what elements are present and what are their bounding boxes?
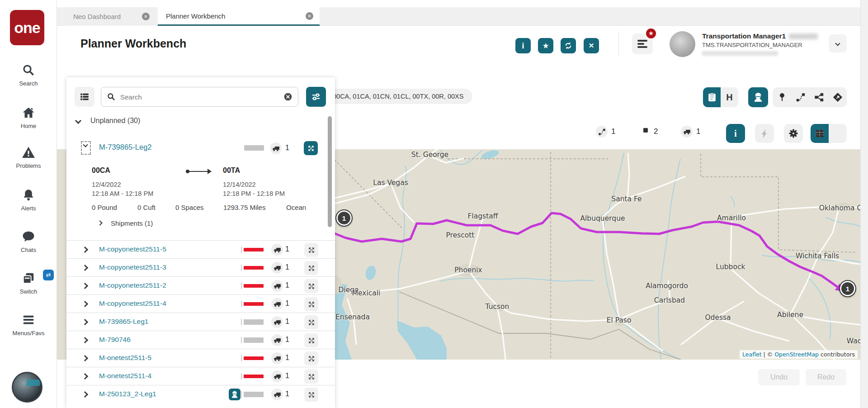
sidebar-item-menus-favs[interactable]: Menus/Favs	[0, 313, 57, 337]
map-stop-marker[interactable]: 1	[840, 281, 855, 296]
route-waypoints-icon[interactable]	[796, 92, 806, 102]
driver-view-button[interactable]	[748, 87, 768, 107]
sidebar-item-problems[interactable]: Problems	[0, 146, 57, 169]
locate-on-map-button[interactable]	[304, 388, 318, 402]
locate-on-map-button[interactable]	[304, 315, 318, 329]
optimize-button[interactable]	[755, 124, 774, 143]
sidebar-item-chats[interactable]: Chats	[0, 230, 57, 253]
locate-on-map-button[interactable]	[304, 261, 318, 275]
movement-row[interactable]: M-onetest2511-4 1	[66, 367, 335, 385]
undo-button[interactable]: Undo	[758, 369, 800, 385]
filter-button[interactable]	[306, 87, 326, 107]
locate-on-map-button[interactable]	[304, 351, 318, 365]
toggle-clipboard-view[interactable]	[703, 87, 721, 107]
tab-planner-workbench[interactable]: Planner Workbench	[158, 7, 320, 26]
movement-link[interactable]: M-copyonetest2511-4	[99, 299, 166, 308]
locate-on-map-button[interactable]	[304, 279, 318, 293]
leaflet-link[interactable]: Leaflet	[742, 351, 762, 358]
movement-link[interactable]: M-onetest2511-5	[99, 354, 151, 362]
collapse-group-icon[interactable]	[75, 118, 81, 124]
expand-row-icon[interactable]	[82, 391, 88, 398]
user-menu-button[interactable]	[829, 34, 847, 52]
expand-shipments-icon[interactable]	[97, 220, 102, 225]
expand-arrows-icon	[308, 391, 315, 399]
movement-row[interactable]: M-copyonetest2511-3 1	[66, 258, 335, 276]
stop-icon	[641, 126, 650, 137]
search-icon	[22, 71, 35, 78]
toggle-h-view[interactable]: H	[721, 87, 738, 107]
expand-row-icon[interactable]	[82, 337, 88, 343]
sidebar-avatar[interactable]	[12, 372, 42, 403]
sidebar-item-home[interactable]: Home	[0, 106, 57, 129]
movement-row[interactable]: M-copyonetest2511-2 1	[66, 276, 335, 294]
movement-row[interactable]: M-onetest2511-5 1	[66, 349, 335, 367]
info-button[interactable]	[515, 38, 531, 53]
expand-row-icon[interactable]	[82, 247, 88, 253]
locate-on-map-button[interactable]	[304, 333, 318, 347]
navigate-icon[interactable]	[833, 92, 843, 102]
vehicle-count: 1	[285, 144, 289, 152]
favorite-star-button[interactable]	[538, 38, 553, 53]
search-box	[101, 87, 298, 107]
sidebar-item-switch[interactable]: ⇄ Switch	[0, 271, 57, 295]
locate-on-map-button[interactable]	[304, 243, 318, 257]
movement-row[interactable]: M-790746 1	[66, 331, 335, 349]
close-tab-icon[interactable]	[142, 13, 150, 20]
movement-link[interactable]: M-copyonetest2511-2	[99, 281, 166, 289]
expand-row-icon[interactable]	[82, 265, 88, 271]
expand-row-icon[interactable]	[82, 373, 88, 380]
user-avatar[interactable]	[670, 31, 695, 57]
close-tab-icon[interactable]	[306, 12, 313, 20]
movement-link[interactable]: M-copyonetest2511-5	[99, 245, 166, 253]
attribution-suffix: contributors	[819, 351, 855, 358]
pin-icon[interactable]	[777, 92, 787, 102]
refresh-button[interactable]	[561, 38, 576, 53]
clear-search-icon[interactable]	[283, 92, 292, 101]
openstreetmap-link[interactable]: OpenStreetMap	[774, 351, 819, 358]
row-checkbox[interactable]	[81, 141, 91, 155]
map-city-label: Mexicali	[352, 289, 381, 297]
expand-row-icon[interactable]	[82, 283, 88, 289]
count-value: 1	[696, 127, 700, 136]
tab-neo-dashboard[interactable]: Neo Dashboard	[65, 7, 156, 26]
close-page-button[interactable]	[584, 38, 599, 53]
shipments-toggle[interactable]: Shipments (1)	[111, 219, 153, 227]
locate-on-map-button[interactable]	[304, 141, 318, 155]
map-city-label: Abilene	[777, 311, 803, 319]
movement-link[interactable]: M-739865-Leg2	[99, 143, 152, 152]
vehicle-count: 1	[285, 299, 289, 308]
movement-link[interactable]: M-250123_2-Leg1	[99, 390, 156, 398]
redo-button[interactable]: Redo	[806, 369, 846, 385]
settings-button[interactable]	[784, 124, 803, 143]
vehicle-count: 1	[285, 318, 289, 326]
one-logo[interactable]: one	[10, 10, 44, 45]
expand-row-icon[interactable]	[82, 319, 88, 325]
sidebar-item-search[interactable]: Search	[0, 63, 57, 87]
list-view-button[interactable]	[75, 87, 94, 107]
movement-row[interactable]: M-250123_2-Leg1 1	[66, 385, 335, 403]
expand-row-icon[interactable]	[82, 301, 88, 307]
network-nodes-icon[interactable]	[814, 92, 824, 102]
movement-link[interactable]: M-copyonetest2511-3	[99, 263, 166, 271]
sliders-filter-icon	[311, 92, 321, 102]
panel-scrollbar[interactable]	[328, 116, 332, 227]
page-scrollbar[interactable]	[860, 0, 868, 408]
locate-on-map-button[interactable]	[304, 370, 318, 384]
movement-row[interactable]: M-copyonetest2511-5 1	[66, 240, 335, 258]
expand-row-icon[interactable]	[82, 355, 88, 361]
map-info-button[interactable]	[726, 124, 745, 143]
truck-icon	[271, 316, 283, 328]
movement-row[interactable]: M-739865-Leg1 1	[66, 313, 335, 331]
movement-link[interactable]: M-739865-Leg1	[99, 318, 148, 326]
sidebar-item-alerts[interactable]: Alerts	[0, 188, 57, 212]
sidebar-item-label: Search	[0, 80, 57, 87]
movement-link[interactable]: M-onetest2511-4	[99, 372, 151, 380]
map-stop-marker[interactable]: 1	[336, 210, 352, 226]
movement-row[interactable]: M-copyonetest2511-4 1	[66, 294, 335, 313]
switch-swap-badge-icon[interactable]: ⇄	[43, 270, 54, 280]
table-view-toggle[interactable]	[811, 124, 829, 143]
group-header[interactable]: Unplanned (30)	[90, 117, 140, 125]
search-input[interactable]	[120, 93, 279, 101]
locate-on-map-button[interactable]	[304, 297, 318, 311]
movement-link[interactable]: M-790746	[99, 336, 131, 344]
